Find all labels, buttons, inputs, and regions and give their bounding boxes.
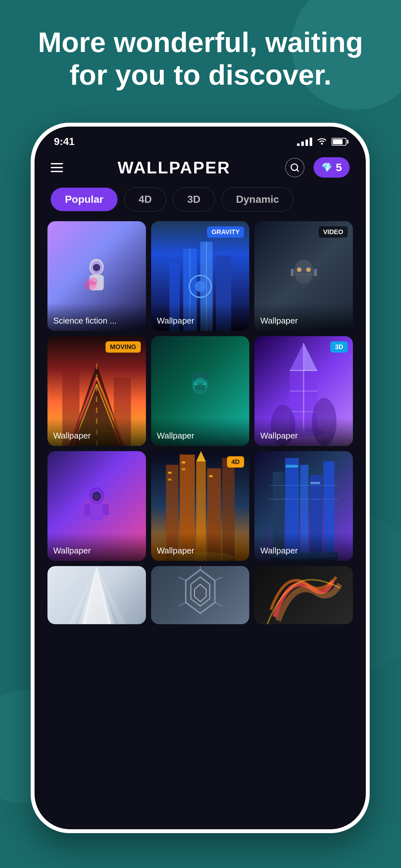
type-badge: GRAVITY <box>207 226 244 238</box>
wallpaper-label: Science fiction ... <box>48 303 146 331</box>
wallpaper-label: Wallpaper <box>48 533 146 561</box>
type-badge: 4D <box>227 456 244 468</box>
wallpaper-item[interactable]: Wallpaper <box>151 336 250 446</box>
wallpaper-item[interactable]: 4D Wallpaper <box>151 451 250 561</box>
wallpaper-item[interactable] <box>48 566 146 624</box>
header-right: 💎 5 <box>285 157 350 178</box>
wallpaper-label: Wallpaper <box>151 303 250 331</box>
gems-count: 5 <box>336 161 342 174</box>
svg-point-8 <box>89 284 99 290</box>
svg-rect-72 <box>209 475 213 477</box>
svg-point-22 <box>307 268 310 271</box>
status-time: 9:41 <box>54 135 74 148</box>
svg-marker-93 <box>194 584 206 601</box>
svg-point-41 <box>197 386 199 389</box>
svg-rect-68 <box>168 472 172 474</box>
robot-face-figure <box>289 253 318 299</box>
tab-dynamic[interactable]: Dynamic <box>221 187 294 212</box>
wallpaper-label: Wallpaper <box>151 418 250 446</box>
svg-point-62 <box>82 494 111 518</box>
signal-icon <box>297 137 312 146</box>
type-badge: 3D <box>330 341 348 352</box>
svg-point-42 <box>202 386 204 389</box>
wallpaper-grid: Science fiction ... <box>35 221 366 561</box>
type-badge: MOVING <box>105 341 141 352</box>
svg-rect-83 <box>311 482 320 484</box>
svg-marker-46 <box>304 343 318 370</box>
svg-rect-69 <box>168 478 172 480</box>
status-icons <box>297 136 346 147</box>
status-bar: 9:41 <box>35 127 366 151</box>
cyber-mask-figure <box>186 368 215 414</box>
svg-point-5 <box>93 264 100 271</box>
astronaut2-figure <box>82 483 111 529</box>
light-beams-figure <box>48 566 146 624</box>
phone-screen: 9:41 <box>35 127 366 829</box>
type-badge: VIDEO <box>319 226 348 238</box>
wallpaper-item[interactable]: Science fiction ... <box>48 221 146 331</box>
tab-4d[interactable]: 4D <box>124 187 166 212</box>
wallpaper-item[interactable] <box>151 566 250 624</box>
svg-rect-82 <box>286 465 298 468</box>
tab-3d[interactable]: 3D <box>173 187 215 212</box>
wallpaper-label: Wallpaper <box>254 303 353 331</box>
svg-marker-47 <box>290 343 304 370</box>
tab-popular[interactable]: Popular <box>51 188 118 211</box>
app-header: WALLPAPER 💎 5 <box>35 151 366 184</box>
svg-rect-71 <box>182 468 185 470</box>
wallpaper-item[interactable]: VIDEO Wallpaper <box>254 221 353 331</box>
geometric-figure <box>151 566 250 624</box>
search-button[interactable] <box>285 158 305 177</box>
svg-marker-73 <box>196 451 206 461</box>
wallpaper-label: Wallpaper <box>254 418 353 446</box>
category-tabs: Popular 4D 3D Dynamic <box>35 184 366 221</box>
wallpaper-label: Wallpaper <box>48 418 146 446</box>
svg-rect-25 <box>290 269 294 276</box>
abstract-swirl-figure <box>254 566 353 624</box>
phone-frame: 9:41 <box>31 123 370 833</box>
app-title: WALLPAPER <box>118 158 230 177</box>
gem-icon: 💎 <box>321 162 333 173</box>
wifi-icon <box>317 136 327 147</box>
wallpaper-item[interactable]: Wallpaper <box>254 451 353 561</box>
svg-point-21 <box>298 268 301 271</box>
svg-rect-70 <box>182 461 185 463</box>
astronaut-figure <box>84 255 110 297</box>
wallpaper-item[interactable]: GRAVITY Wallpaper <box>151 221 250 331</box>
svg-line-96 <box>215 602 222 606</box>
hamburger-menu[interactable] <box>51 163 63 172</box>
svg-line-97 <box>178 577 186 581</box>
partial-wallpaper-row <box>35 566 366 624</box>
wallpaper-item[interactable] <box>254 566 353 624</box>
svg-point-18 <box>295 259 313 284</box>
wallpaper-item[interactable]: 3D Wallpaper <box>254 336 353 446</box>
svg-rect-26 <box>314 269 317 276</box>
wallpaper-item[interactable]: Wallpaper <box>48 451 146 561</box>
wallpaper-item[interactable]: MOVING Wallpaper <box>48 336 146 446</box>
battery-icon <box>332 138 346 146</box>
svg-point-16 <box>195 281 206 292</box>
svg-line-98 <box>178 602 186 606</box>
gems-badge[interactable]: 💎 5 <box>313 157 350 178</box>
hero-text: More wonderful, waiting for you to disco… <box>19 26 382 91</box>
svg-line-1 <box>297 169 298 171</box>
wallpaper-label: Wallpaper <box>254 533 353 561</box>
wallpaper-label: Wallpaper <box>151 533 250 561</box>
svg-line-95 <box>215 577 222 581</box>
